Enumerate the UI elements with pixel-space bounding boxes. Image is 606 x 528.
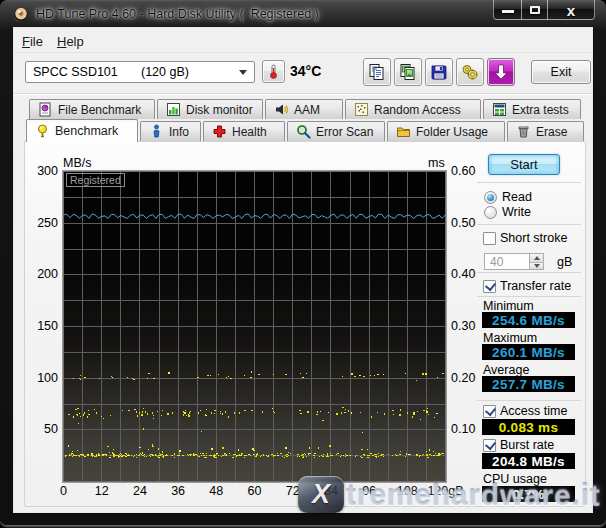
up-arrow-icon: [534, 256, 540, 260]
download-button[interactable]: [487, 58, 515, 86]
temperature-value: 34°C: [290, 63, 321, 79]
benchmark-plot: Registered: [63, 171, 446, 482]
minimum-value: 254.6 MB/s: [482, 312, 575, 328]
tab-label: Erase: [536, 125, 567, 139]
tick-label: 0.10: [451, 422, 475, 436]
menubar: File Help: [14, 29, 592, 53]
spin-down-button[interactable]: [530, 262, 543, 270]
tab-benchmark[interactable]: Benchmark: [26, 119, 138, 142]
menu-label-rest: ile: [30, 34, 43, 49]
maximize-icon: [530, 6, 540, 14]
short-stroke-checkbox[interactable]: [483, 232, 496, 245]
tab-info[interactable]: Info: [140, 121, 201, 141]
menu-help[interactable]: Help: [50, 32, 91, 51]
tab-error-scan[interactable]: Error Scan: [287, 121, 385, 141]
tab-disk-monitor[interactable]: Disk monitor: [157, 99, 263, 119]
menu-label-rest: elp: [66, 34, 83, 49]
tick-label: 250: [0, 216, 58, 230]
close-button[interactable]: x: [547, 0, 595, 20]
transfer-rate-checkbox[interactable]: [483, 280, 496, 293]
options-button[interactable]: [456, 58, 484, 86]
drive-selector-dropdown[interactable]: SPCC SSD101 (120 gB): [25, 61, 255, 83]
file-benchmark-icon: [38, 102, 53, 117]
write-label: Write: [502, 205, 531, 219]
thermometer-icon: [265, 63, 282, 80]
folder-usage-icon: [396, 124, 411, 139]
tick-label: 150: [0, 319, 58, 333]
tab-label: Extra tests: [512, 103, 569, 117]
burst-rate-checkbox[interactable]: [483, 439, 496, 452]
tab-file-benchmark[interactable]: File Benchmark: [29, 99, 155, 119]
speaker-icon: [274, 102, 289, 117]
drive-capacity: (120 gB): [141, 65, 189, 79]
tick-label: 0.60: [451, 164, 475, 178]
tick-label: 0.20: [451, 371, 475, 385]
separator: [477, 272, 581, 273]
titlebar[interactable]: HD Tune Pro 4.60 - Hard Disk Utility ( R…: [0, 0, 606, 28]
drive-name: SPCC SSD101: [33, 65, 118, 79]
access-time-label: Access time: [500, 404, 567, 418]
tab-folder-usage[interactable]: Folder Usage: [387, 121, 505, 141]
tick-label: 0.50: [451, 216, 475, 230]
access-time-checkbox[interactable]: [483, 405, 496, 418]
tab-label: Random Access: [374, 103, 461, 117]
tab-aam[interactable]: AAM: [265, 99, 343, 119]
separator: [477, 400, 581, 401]
down-arrow-icon: [491, 62, 511, 82]
window-controls: x: [493, 0, 595, 20]
short-stroke-label: Short stroke: [500, 231, 567, 245]
close-icon: x: [567, 3, 575, 18]
minimum-label: Minimum: [483, 299, 534, 313]
write-radio[interactable]: [484, 206, 497, 219]
tab-label: Error Scan: [316, 125, 373, 139]
temperature-button[interactable]: [262, 60, 285, 83]
transfer-rate-label: Transfer rate: [500, 279, 571, 293]
copy-text-button[interactable]: [363, 58, 391, 86]
menu-file[interactable]: File: [15, 32, 50, 51]
minimize-button[interactable]: [493, 0, 522, 20]
tab-label: Info: [169, 125, 189, 139]
erase-icon: [516, 124, 531, 139]
maximum-value: 260.1 MB/s: [482, 344, 575, 360]
down-arrow-icon: [534, 264, 540, 268]
copy-image-icon: [398, 62, 418, 82]
tab-extra-tests[interactable]: Extra tests: [483, 99, 581, 119]
window-title: HD Tune Pro 4.60 - Hard Disk Utility ( R…: [36, 7, 319, 23]
maximize-button[interactable]: [521, 0, 548, 20]
info-icon: [149, 124, 164, 139]
error-scan-icon: [296, 124, 311, 139]
benchmark-icon: [35, 124, 50, 139]
tick-label: 0.30: [451, 319, 475, 333]
read-radio[interactable]: [484, 191, 497, 204]
separator: [477, 182, 581, 183]
plot-canvas: [63, 171, 446, 482]
tab-label: File Benchmark: [58, 103, 141, 117]
copy-icon: [367, 62, 387, 82]
short-stroke-size-input[interactable]: 40: [484, 253, 530, 270]
read-label: Read: [502, 190, 532, 204]
tick-label: 0.40: [451, 267, 475, 281]
access-time-value: 0.083 ms: [482, 419, 575, 435]
average-label: Average: [483, 363, 529, 377]
tab-random-access[interactable]: Random Access: [345, 99, 481, 119]
health-icon: [212, 124, 227, 139]
tab-health[interactable]: Health: [203, 121, 285, 141]
cpu-usage-value: 0.7%: [482, 486, 575, 502]
start-button[interactable]: Start: [488, 154, 560, 175]
minimize-icon: [502, 10, 514, 13]
separator: [477, 224, 581, 225]
disk-monitor-icon: [166, 102, 181, 117]
cpu-usage-label: CPU usage: [483, 472, 547, 486]
save-icon: [429, 62, 449, 82]
burst-rate-value: 204.8 MB/s: [482, 453, 575, 469]
exit-button[interactable]: Exit: [531, 60, 591, 84]
save-button[interactable]: [425, 58, 453, 86]
tab-erase[interactable]: Erase: [507, 121, 584, 141]
copy-screenshot-button[interactable]: [394, 58, 422, 86]
extra-tests-icon: [492, 102, 507, 117]
gb-unit-label: gB: [557, 255, 572, 269]
toolbar-separator: [14, 93, 592, 95]
spin-up-button[interactable]: [530, 254, 543, 262]
random-access-icon: [354, 102, 369, 117]
tab-label: AAM: [294, 103, 320, 117]
